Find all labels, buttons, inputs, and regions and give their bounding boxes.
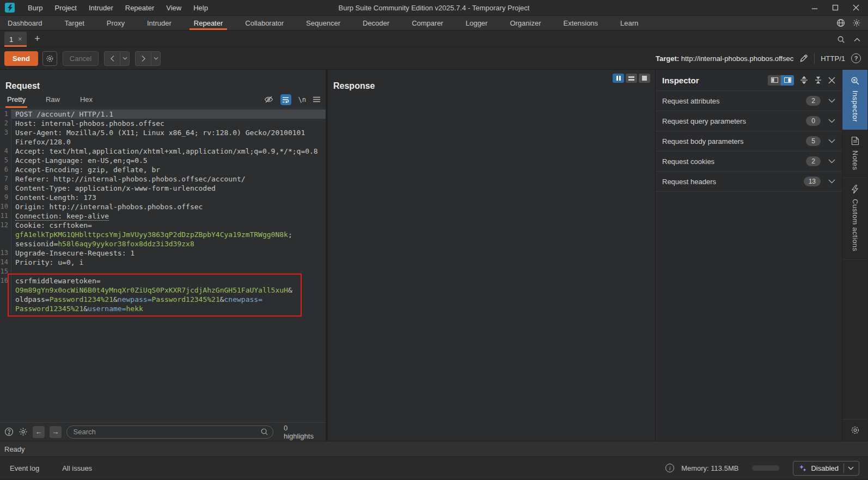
request-line[interactable]: 11Connection: keep-alive: [0, 211, 326, 221]
dock-right-button[interactable]: [781, 75, 794, 86]
request-line[interactable]: 5Accept-Language: en-US,en;q=0.5: [0, 156, 326, 165]
editor-settings-gear-icon[interactable]: [842, 419, 867, 441]
tab-sequencer[interactable]: Sequencer: [305, 16, 341, 30]
request-line[interactable]: 4Accept: text/html,application/xhtml+xml…: [0, 147, 326, 156]
ai-toggle-button[interactable]: Disabled: [793, 461, 859, 476]
request-line[interactable]: 3User-Agent: Mozilla/5.0 (X11; Linux x86…: [0, 128, 326, 137]
info-icon[interactable]: i: [665, 464, 674, 472]
inspector-section-request-query-parameters[interactable]: Request query parameters0: [656, 111, 842, 131]
chevron-down-icon[interactable]: [828, 139, 835, 143]
request-line[interactable]: O9m89gYn9x0ocWiN6B0t4yMnqXr0ZiUqS0PxKXR7…: [0, 285, 326, 295]
newline-chars-toggle[interactable]: \n: [298, 96, 306, 104]
search-help-icon[interactable]: [4, 427, 14, 436]
forward-dropdown-icon[interactable]: [151, 51, 161, 66]
request-line[interactable]: gfA1elkTpKMG1QHblttpcsYmjJmVUyy3863qP2dD…: [0, 230, 326, 239]
repeater-tab-1[interactable]: 1 ×: [4, 32, 27, 47]
tab-collaborator[interactable]: Collaborator: [244, 16, 285, 30]
tab-learn[interactable]: Learn: [619, 16, 639, 30]
search-settings-gear-icon[interactable]: [19, 427, 28, 436]
dock-left-button[interactable]: [768, 75, 781, 86]
ai-dropdown-chevron-icon[interactable]: [848, 466, 854, 470]
request-line[interactable]: 10Origin: http://internal-phobos.phobos.…: [0, 202, 326, 211]
request-line[interactable]: 6Accept-Encoding: gzip, deflate, br: [0, 165, 326, 174]
globe-icon[interactable]: [836, 19, 845, 27]
tab-proxy[interactable]: Proxy: [106, 16, 126, 30]
tab-target[interactable]: Target: [64, 16, 85, 30]
next-match-button[interactable]: →: [50, 426, 62, 438]
hide-nonprintable-eye-icon[interactable]: [264, 95, 273, 104]
collapse-all-icon[interactable]: [814, 76, 822, 84]
side-tab-inspector[interactable]: Inspector: [842, 70, 867, 130]
event-log-button[interactable]: Event log: [10, 464, 39, 472]
side-tab-custom-actions[interactable]: Custom actions: [842, 178, 867, 260]
request-line[interactable]: oldpass=Password1234%21&newpass=Password…: [0, 295, 326, 304]
request-line[interactable]: 7Referer: http://internal-phobos.phobos.…: [0, 174, 326, 184]
request-editor[interactable]: 1POST /account/ HTTP/1.12Host: internal-…: [0, 108, 326, 422]
request-line[interactable]: Password12345%21&username=hekk: [0, 304, 326, 313]
minimize-button[interactable]: [811, 4, 818, 11]
close-inspector-icon[interactable]: [828, 77, 835, 84]
tab-logger[interactable]: Logger: [464, 16, 488, 30]
edit-target-pencil-icon[interactable]: [799, 54, 808, 63]
request-line[interactable]: 13Upgrade-Insecure-Requests: 1: [0, 248, 326, 258]
word-wrap-toggle-icon[interactable]: [280, 94, 291, 105]
request-line[interactable]: 2Host: internal-phobos.phobos.offsec: [0, 119, 326, 128]
request-line[interactable]: Firefox/128.0: [0, 137, 326, 147]
request-line[interactable]: 9Content-Length: 173: [0, 193, 326, 202]
maximize-button[interactable]: [832, 4, 839, 11]
all-issues-button[interactable]: All issues: [62, 464, 92, 472]
settings-gear-icon[interactable]: [852, 19, 861, 27]
send-settings-gear-icon[interactable]: [42, 51, 57, 66]
request-line[interactable]: 14Priority: u=0, i: [0, 258, 326, 267]
request-tab-pretty[interactable]: Pretty: [5, 91, 27, 108]
inspector-section-request-cookies[interactable]: Request cookies2: [656, 151, 842, 172]
tab-intruder[interactable]: Intruder: [146, 16, 173, 30]
request-line[interactable]: sessionid=h58l6aqy9yykor38fox8ddz3i3d39z…: [0, 239, 326, 248]
search-tabs-icon[interactable]: [837, 35, 845, 44]
collapse-tabbar-icon[interactable]: [854, 38, 860, 42]
back-button[interactable]: [104, 51, 120, 66]
protocol-label[interactable]: HTTP/1: [821, 54, 845, 63]
tab-extensions[interactable]: Extensions: [563, 16, 600, 30]
tab-organizer[interactable]: Organizer: [509, 16, 542, 30]
tab-dashboard[interactable]: Dashboard: [7, 16, 44, 30]
search-input[interactable]: [66, 426, 274, 439]
inspector-section-request-attributes[interactable]: Request attributes2: [656, 91, 842, 111]
menu-view[interactable]: View: [160, 4, 187, 12]
tab-comparer[interactable]: Comparer: [411, 16, 444, 30]
request-line[interactable]: 15: [0, 267, 326, 276]
send-button[interactable]: Send: [4, 51, 38, 66]
menu-repeater[interactable]: Repeater: [119, 4, 160, 12]
request-tab-hex[interactable]: Hex: [78, 91, 94, 108]
back-dropdown-icon[interactable]: [120, 51, 130, 66]
chevron-down-icon[interactable]: [828, 179, 835, 184]
forward-button[interactable]: [135, 51, 151, 66]
chevron-down-icon[interactable]: [828, 159, 835, 163]
single-layout-button[interactable]: [639, 74, 650, 83]
menu-intruder[interactable]: Intruder: [83, 4, 119, 12]
menu-project[interactable]: Project: [48, 4, 82, 12]
chevron-down-icon[interactable]: [828, 119, 835, 123]
cancel-button[interactable]: Cancel: [63, 51, 99, 66]
tab-decoder[interactable]: Decoder: [362, 16, 390, 30]
expand-all-icon[interactable]: [800, 76, 808, 84]
tab-repeater[interactable]: Repeater: [193, 16, 224, 30]
menu-burp[interactable]: Burp: [22, 4, 48, 12]
close-button[interactable]: [853, 4, 859, 11]
columns-layout-button[interactable]: [613, 74, 624, 83]
add-tab-button[interactable]: +: [34, 33, 40, 47]
inspector-section-request-body-parameters[interactable]: Request body parameters5: [656, 131, 842, 151]
request-tab-raw[interactable]: Raw: [44, 91, 62, 108]
previous-match-button[interactable]: ←: [33, 426, 45, 438]
inspector-section-request-headers[interactable]: Request headers13: [656, 172, 842, 192]
help-icon[interactable]: ?: [851, 53, 861, 63]
request-line[interactable]: 16csrfmiddlewaretoken=: [0, 276, 326, 285]
rows-layout-button[interactable]: [626, 74, 637, 83]
close-tab-icon[interactable]: ×: [18, 35, 22, 43]
request-line[interactable]: 8Content-Type: application/x-www-form-ur…: [0, 184, 326, 193]
editor-menu-icon[interactable]: [313, 96, 320, 102]
chevron-down-icon[interactable]: [828, 99, 835, 103]
request-line[interactable]: 12Cookie: csrftoken=: [0, 221, 326, 230]
request-line[interactable]: 1POST /account/ HTTP/1.1: [0, 110, 326, 119]
menu-help[interactable]: Help: [187, 4, 214, 12]
